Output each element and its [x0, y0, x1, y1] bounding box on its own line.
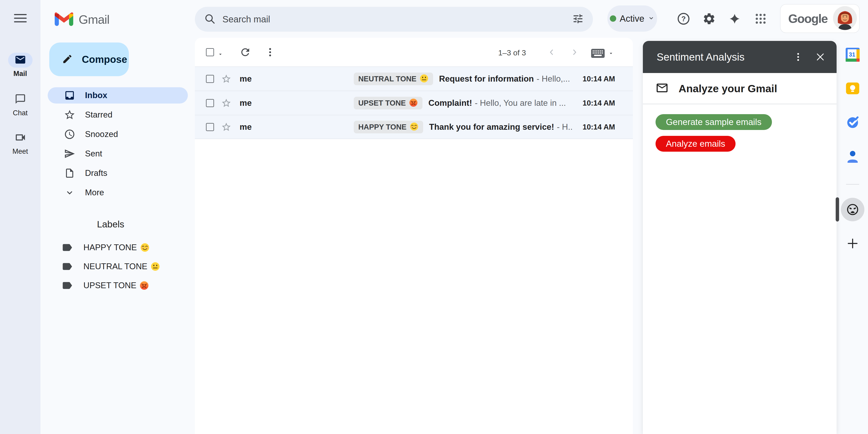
panel-analyze-row: Analyze your Gmail	[643, 73, 837, 104]
input-tools-selector[interactable]	[591, 49, 614, 59]
mail-nav: Inbox Starred Snoozed Sent Drafts	[48, 86, 188, 202]
rail-item-mail[interactable]: Mail	[0, 53, 40, 78]
search-filters-icon[interactable]	[572, 13, 584, 26]
select-dropdown-caret-icon[interactable]	[217, 51, 223, 58]
chevron-down-icon	[648, 15, 655, 22]
row-checkbox[interactable]	[206, 123, 214, 131]
label-name: HAPPY TONE	[84, 243, 137, 252]
sidebar-item-label: Drafts	[85, 168, 107, 178]
email-subject-line: Thank you for amazing service! - H..	[429, 122, 578, 132]
older-page-chevron-icon[interactable]	[569, 47, 580, 57]
sidebar-label-happy-tone[interactable]: HAPPY TONE	[48, 238, 188, 257]
select-all-checkbox[interactable]	[206, 48, 214, 56]
rail-item-chat[interactable]: Chat	[0, 92, 40, 117]
file-icon	[64, 168, 75, 179]
email-sender: me	[240, 74, 354, 84]
search-input[interactable]	[222, 14, 572, 24]
sidebar-item-starred[interactable]: Starred	[48, 105, 188, 125]
svg-text:31: 31	[849, 51, 855, 58]
active-status-dot-icon	[610, 16, 616, 22]
tone-chip-text: HAPPY TONE	[358, 123, 406, 131]
get-add-ons-plus-icon[interactable]	[843, 234, 862, 253]
email-row[interactable]: me NEUTRAL TONE Request for information …	[195, 66, 633, 91]
row-checkbox[interactable]	[206, 75, 214, 83]
sentiment-addon-icon[interactable]	[841, 198, 864, 221]
star-toggle-icon[interactable]	[221, 74, 231, 84]
email-time: 10:14 AM	[583, 123, 615, 131]
email-time: 10:14 AM	[583, 99, 615, 107]
star-toggle-icon[interactable]	[221, 122, 231, 132]
sidebar-item-snoozed[interactable]: Snoozed	[48, 125, 188, 144]
rail-item-meet[interactable]: Meet	[0, 130, 40, 156]
happy-emoji-icon	[410, 122, 418, 132]
label-list: HAPPY TONE NEUTRAL TONE UPSET TONE	[48, 238, 188, 295]
analyze-emails-button[interactable]: Analyze emails	[655, 136, 736, 152]
settings-gear-icon[interactable]	[702, 12, 716, 26]
tone-label-chip[interactable]: NEUTRAL TONE	[354, 72, 433, 85]
sidebar-label-neutral-tone[interactable]: NEUTRAL TONE	[48, 257, 188, 276]
panel-kebab-icon[interactable]	[791, 50, 805, 64]
panel-title: Sentiment Analysis	[657, 51, 745, 63]
sidebar-drawer: Compose Inbox Starred Snoozed Sent	[40, 0, 195, 434]
more-options-kebab-icon[interactable]	[264, 46, 276, 58]
chevron-down-icon	[64, 188, 75, 197]
compose-button[interactable]: Compose	[49, 42, 129, 76]
refresh-icon[interactable]	[239, 46, 251, 58]
email-row[interactable]: me UPSET TONE Complaint! - Hello, You ar…	[195, 91, 633, 115]
sidebar-label-upset-tone[interactable]: UPSET TONE	[48, 276, 188, 295]
compose-label: Compose	[82, 54, 127, 65]
google-calendar-icon[interactable]: 31	[843, 45, 862, 64]
status-selector[interactable]: Active	[608, 5, 657, 32]
generate-sample-emails-button[interactable]: Generate sample emails	[655, 114, 772, 130]
panel-resize-handle[interactable]	[836, 197, 839, 221]
google-wordmark: Google	[788, 11, 828, 26]
sidebar-item-label: Snoozed	[85, 129, 118, 139]
sidebar-item-more[interactable]: More	[48, 183, 188, 202]
label-name: UPSET TONE	[84, 281, 136, 290]
email-subject-line: Complaint! - Hello, You are late in ...	[428, 98, 578, 108]
google-contacts-icon[interactable]	[843, 147, 862, 166]
search-icon[interactable]	[204, 13, 216, 26]
google-apps-grid-icon[interactable]	[754, 12, 768, 26]
gemini-sparkle-icon[interactable]	[727, 12, 742, 26]
star-icon	[64, 109, 75, 121]
star-toggle-icon[interactable]	[221, 98, 231, 108]
email-sender: me	[240, 122, 354, 132]
sidebar-item-label: Inbox	[85, 91, 107, 100]
status-label: Active	[620, 13, 645, 24]
happy-emoji-icon	[140, 243, 150, 252]
mail-icon	[14, 54, 26, 66]
email-subject: Complaint!	[428, 98, 472, 108]
mail-pill	[8, 53, 33, 68]
panel-close-icon[interactable]	[813, 50, 828, 64]
email-row[interactable]: me HAPPY TONE Thank you for amazing serv…	[195, 115, 633, 139]
search-bar	[195, 7, 593, 32]
meet-pill	[8, 130, 33, 145]
rail-label-mail: Mail	[0, 70, 40, 78]
angry-emoji-icon	[140, 281, 149, 290]
email-subject: Thank you for amazing service!	[429, 122, 554, 132]
list-toolbar: 1–3 of 3	[195, 38, 633, 66]
label-tag-icon	[61, 280, 73, 291]
inbox-icon	[64, 90, 75, 101]
sidebar-item-label: More	[85, 188, 104, 197]
rail-label-meet: Meet	[0, 147, 40, 156]
right-side-rail: 31	[837, 0, 868, 434]
sidebar-item-sent[interactable]: Sent	[48, 144, 188, 163]
google-keep-icon[interactable]	[843, 79, 862, 98]
rail-divider	[846, 184, 859, 185]
email-time: 10:14 AM	[583, 74, 615, 83]
email-snippet: - H..	[557, 122, 572, 132]
sidebar-item-inbox[interactable]: Inbox	[48, 87, 188, 103]
google-tasks-icon[interactable]	[843, 113, 862, 132]
row-checkbox[interactable]	[206, 99, 214, 107]
newer-page-chevron-icon[interactable]	[547, 47, 557, 57]
tone-label-chip[interactable]: UPSET TONE	[354, 97, 423, 110]
email-sender: me	[240, 98, 354, 108]
mail-outline-icon	[655, 81, 669, 95]
help-icon[interactable]: ?	[677, 12, 690, 26]
hamburger-menu-icon[interactable]	[14, 14, 27, 23]
tone-label-chip[interactable]: HAPPY TONE	[354, 121, 423, 133]
email-snippet: - Hello, You are late in ...	[475, 98, 566, 108]
sidebar-item-drafts[interactable]: Drafts	[48, 163, 188, 183]
